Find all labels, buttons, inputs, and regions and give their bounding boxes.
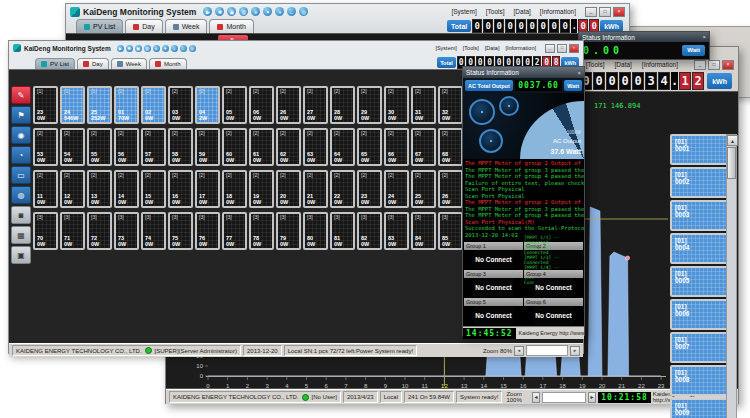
- pv-tile[interactable]: [2]150W: [141, 170, 166, 208]
- power-icon[interactable]: ◉: [11, 126, 31, 144]
- pv-tile[interactable]: [1]230W: [33, 86, 58, 124]
- scroll-left-icon[interactable]: ◄: [514, 346, 524, 356]
- menu-item[interactable]: [System]: [435, 45, 456, 51]
- pin-icon[interactable]: ✦: [162, 45, 169, 52]
- horizontal-scroll-track[interactable]: [526, 345, 568, 356]
- scroll-right-icon[interactable]: ►: [570, 346, 580, 356]
- menu-item[interactable]: [Tools]: [463, 45, 479, 51]
- pv-tile[interactable]: [2]210W: [303, 170, 328, 208]
- pv-tile[interactable]: [2]650W: [357, 128, 382, 166]
- pv-tile[interactable]: [2]180W: [222, 170, 247, 208]
- inverter-panel-tile[interactable]: [01]0005: [670, 266, 728, 297]
- disk-icon[interactable]: ▣: [11, 246, 31, 264]
- back-icon[interactable]: ←: [287, 7, 296, 16]
- close-icon[interactable]: ×: [613, 7, 625, 17]
- pv-tile[interactable]: [2]680W: [438, 128, 463, 166]
- menu-item[interactable]: [Data]: [514, 8, 531, 15]
- pv-tile[interactable]: [2]230W: [357, 170, 382, 208]
- inverter-panel-tile[interactable]: [01]0001: [670, 134, 728, 165]
- pv-tile[interactable]: [2]540W: [60, 128, 85, 166]
- pv-tile[interactable]: [2]530W: [33, 128, 58, 166]
- pv-tile[interactable]: [2]600W: [222, 128, 247, 166]
- tab-day[interactable]: Day: [77, 58, 109, 69]
- browser-icon[interactable]: e: [153, 45, 160, 52]
- scroll-thumb[interactable]: [727, 147, 736, 179]
- menu-item[interactable]: [Tools]: [586, 61, 605, 68]
- close-icon[interactable]: ×: [722, 60, 734, 70]
- scroll-up-icon[interactable]: ▲: [727, 135, 738, 146]
- pv-tile[interactable]: [2]250W: [411, 170, 436, 208]
- pv-tile[interactable]: [2]220W: [330, 170, 355, 208]
- pv-tile[interactable]: [2]042W: [195, 86, 220, 124]
- pv-tile[interactable]: [3]840W: [411, 212, 436, 250]
- pv-tile[interactable]: [3]780W: [249, 212, 274, 250]
- menu-item[interactable]: [Tools]: [486, 8, 505, 15]
- pv-tile[interactable]: [2]300W: [384, 86, 409, 124]
- pv-tile[interactable]: [2]580W: [168, 128, 193, 166]
- inverter-panel-tile[interactable]: [01]0008: [670, 365, 728, 396]
- pv-tile[interactable]: [2]560W: [114, 128, 139, 166]
- clock-icon[interactable]: ◔: [11, 146, 31, 164]
- pv-tile[interactable]: [2]660W: [384, 128, 409, 166]
- inverter-panel-tile[interactable]: [01]0003: [670, 200, 728, 231]
- lock-icon[interactable]: ▣: [227, 7, 236, 16]
- pv-tile[interactable]: [3]700W: [33, 212, 58, 250]
- inverter-panel-tile[interactable]: [01]0004: [670, 233, 728, 264]
- gear-icon[interactable]: ✱: [215, 7, 224, 16]
- pv-tile[interactable]: [3]730W: [114, 212, 139, 250]
- title-bar[interactable]: KaiDeng Monitoring System ▶✱▣▥e✦+←◎ [Sys…: [9, 41, 583, 55]
- inverter-panel-tile[interactable]: [01]0007: [670, 332, 728, 363]
- pv-tile[interactable]: [2]140W: [114, 170, 139, 208]
- info-icon[interactable]: ◎: [189, 45, 196, 52]
- camera-icon[interactable]: ◙: [11, 206, 31, 224]
- panel-list-scrollbar[interactable]: ▲ ▼: [726, 134, 737, 418]
- pv-tile[interactable]: [2]0170W: [114, 86, 139, 124]
- layout-icon[interactable]: ▥: [239, 7, 248, 16]
- pv-tile[interactable]: [2]190W: [249, 170, 274, 208]
- pv-tile[interactable]: [3]820W: [357, 212, 382, 250]
- pv-tile[interactable]: [2]320W: [438, 86, 463, 124]
- palette-title-bar[interactable]: Status Information ×: [579, 32, 709, 42]
- monitor-icon[interactable]: ▭: [11, 166, 31, 184]
- pv-tile[interactable]: [1]24546W: [60, 86, 85, 124]
- inverter-panel-tile[interactable]: [01]0009: [670, 398, 728, 418]
- minimize-icon[interactable]: _: [545, 44, 555, 53]
- pv-tile[interactable]: [2]120W: [60, 170, 85, 208]
- pv-tile[interactable]: [2]620W: [276, 128, 301, 166]
- tab-pv-list[interactable]: PV List: [76, 19, 123, 33]
- pv-tile[interactable]: [3]720W: [87, 212, 112, 250]
- layout-icon[interactable]: ▥: [144, 45, 151, 52]
- scroll-left-icon[interactable]: ◄: [532, 392, 540, 403]
- gear-icon[interactable]: ✱: [126, 45, 133, 52]
- info-icon[interactable]: ◎: [299, 7, 308, 16]
- tab-week[interactable]: Week: [165, 19, 208, 33]
- pv-tile[interactable]: [2]030W: [168, 86, 193, 124]
- menu-item[interactable]: [Information]: [540, 8, 576, 15]
- inverter-panel-tile[interactable]: [01]0006: [670, 299, 728, 330]
- inverter-panel-tile[interactable]: [01]0002: [670, 167, 728, 198]
- tab-week[interactable]: Week: [111, 58, 147, 69]
- lock-icon[interactable]: ▣: [135, 45, 142, 52]
- pv-tile[interactable]: [2]310W: [411, 86, 436, 124]
- pv-tile[interactable]: [2]640W: [330, 128, 355, 166]
- pv-tile[interactable]: [3]750W: [168, 212, 193, 250]
- pv-tile[interactable]: [3]790W: [276, 212, 301, 250]
- pv-tile[interactable]: [2]550W: [87, 128, 112, 166]
- pv-tile[interactable]: [2]290W: [357, 86, 382, 124]
- pv-tile[interactable]: [2]670W: [411, 128, 436, 166]
- play-icon[interactable]: ▶: [117, 45, 124, 52]
- title-bar[interactable]: KaiDeng Monitoring System ▶✱▣▥e✦+←◎ [Sys…: [66, 4, 629, 19]
- pv-tile[interactable]: [2]060W: [249, 86, 274, 124]
- pv-tile[interactable]: [2]160W: [168, 170, 193, 208]
- pv-tile[interactable]: [3]810W: [330, 212, 355, 250]
- horizontal-scroll-track[interactable]: [542, 392, 586, 403]
- tab-pv-list[interactable]: PV List: [35, 58, 75, 69]
- pv-tile[interactable]: [2]130W: [87, 170, 112, 208]
- pv-tile[interactable]: [2]610W: [249, 128, 274, 166]
- scroll-right-icon[interactable]: ►: [588, 392, 596, 403]
- back-icon[interactable]: ←: [180, 45, 187, 52]
- film-icon[interactable]: ▦: [11, 226, 31, 244]
- palette-title-bar[interactable]: Status Information ×: [463, 67, 584, 78]
- browser-icon[interactable]: e: [251, 7, 260, 16]
- close-icon[interactable]: ×: [702, 34, 706, 40]
